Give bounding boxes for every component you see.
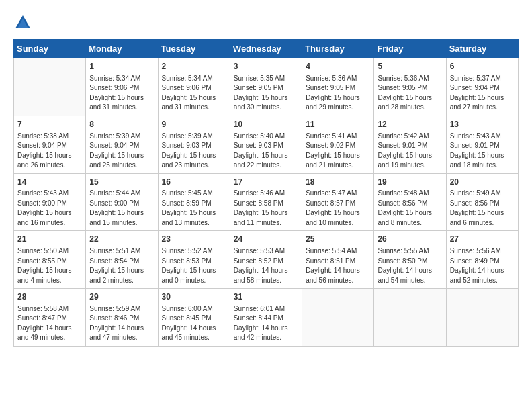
day-info: Sunrise: 6:00 AM Sunset: 8:45 PM Dayligh… (162, 304, 226, 343)
calendar-cell: 26Sunrise: 5:55 AM Sunset: 8:50 PM Dayli… (374, 231, 446, 289)
day-number: 4 (306, 61, 370, 73)
weekday-header-row: SundayMondayTuesdayWednesdayThursdayFrid… (14, 40, 519, 58)
calendar-cell: 7Sunrise: 5:38 AM Sunset: 9:04 PM Daylig… (14, 116, 86, 173)
day-info: Sunrise: 5:56 AM Sunset: 8:49 PM Dayligh… (450, 246, 515, 285)
calendar-cell: 31Sunrise: 6:01 AM Sunset: 8:44 PM Dayli… (230, 289, 302, 347)
calendar-cell (446, 289, 518, 347)
day-number: 31 (234, 291, 298, 303)
calendar-cell: 18Sunrise: 5:47 AM Sunset: 8:57 PM Dayli… (302, 173, 374, 231)
day-info: Sunrise: 5:34 AM Sunset: 9:06 PM Dayligh… (89, 74, 154, 113)
day-number: 11 (306, 119, 370, 130)
day-info: Sunrise: 5:44 AM Sunset: 9:00 PM Dayligh… (89, 189, 154, 228)
day-info: Sunrise: 5:39 AM Sunset: 9:03 PM Dayligh… (162, 132, 226, 171)
calendar-cell: 13Sunrise: 5:43 AM Sunset: 9:01 PM Dayli… (446, 116, 518, 173)
calendar-cell: 23Sunrise: 5:52 AM Sunset: 8:53 PM Dayli… (158, 231, 230, 289)
calendar-cell: 14Sunrise: 5:43 AM Sunset: 9:00 PM Dayli… (14, 173, 86, 231)
calendar-cell: 4Sunrise: 5:36 AM Sunset: 9:05 PM Daylig… (302, 58, 374, 116)
calendar-cell: 27Sunrise: 5:56 AM Sunset: 8:49 PM Dayli… (446, 231, 518, 289)
day-info: Sunrise: 5:36 AM Sunset: 9:05 PM Dayligh… (378, 74, 442, 113)
day-number: 30 (162, 291, 226, 303)
calendar-cell: 21Sunrise: 5:50 AM Sunset: 8:55 PM Dayli… (14, 231, 86, 289)
calendar-cell: 30Sunrise: 6:00 AM Sunset: 8:45 PM Dayli… (158, 289, 230, 347)
calendar-cell: 11Sunrise: 5:41 AM Sunset: 9:02 PM Dayli… (302, 116, 374, 173)
day-number: 6 (450, 61, 515, 73)
calendar-cell: 28Sunrise: 5:58 AM Sunset: 8:47 PM Dayli… (14, 289, 86, 347)
day-number: 2 (162, 61, 226, 73)
calendar-cell: 1Sunrise: 5:34 AM Sunset: 9:06 PM Daylig… (86, 58, 158, 116)
day-info: Sunrise: 5:43 AM Sunset: 9:00 PM Dayligh… (17, 189, 82, 228)
calendar-cell: 20Sunrise: 5:49 AM Sunset: 8:56 PM Dayli… (446, 173, 518, 231)
calendar-week-5: 28Sunrise: 5:58 AM Sunset: 8:47 PM Dayli… (14, 289, 519, 347)
weekday-header-friday: Friday (374, 40, 446, 58)
day-number: 17 (234, 177, 298, 188)
calendar-week-1: 1Sunrise: 5:34 AM Sunset: 9:06 PM Daylig… (14, 58, 519, 116)
calendar-cell: 5Sunrise: 5:36 AM Sunset: 9:05 PM Daylig… (374, 58, 446, 116)
weekday-header-sunday: Sunday (14, 40, 86, 58)
day-number: 20 (450, 177, 515, 188)
day-number: 7 (17, 119, 82, 130)
logo (13, 13, 35, 32)
day-number: 9 (162, 119, 226, 130)
calendar-cell: 19Sunrise: 5:48 AM Sunset: 8:56 PM Dayli… (374, 173, 446, 231)
day-number: 10 (234, 119, 298, 130)
day-info: Sunrise: 5:36 AM Sunset: 9:05 PM Dayligh… (306, 74, 370, 113)
day-number: 24 (234, 234, 298, 245)
day-info: Sunrise: 5:39 AM Sunset: 9:04 PM Dayligh… (89, 132, 154, 171)
page: SundayMondayTuesdayWednesdayThursdayFrid… (0, 0, 532, 353)
day-number: 5 (378, 61, 442, 73)
day-number: 26 (378, 234, 442, 245)
day-number: 16 (162, 177, 226, 188)
weekday-header-monday: Monday (86, 40, 158, 58)
day-info: Sunrise: 5:38 AM Sunset: 9:04 PM Dayligh… (17, 132, 82, 171)
day-number: 27 (450, 234, 515, 245)
day-number: 14 (17, 177, 82, 188)
day-number: 1 (89, 61, 154, 73)
calendar-cell: 25Sunrise: 5:54 AM Sunset: 8:51 PM Dayli… (302, 231, 374, 289)
logo-icon (13, 13, 32, 32)
calendar-cell: 16Sunrise: 5:45 AM Sunset: 8:59 PM Dayli… (158, 173, 230, 231)
calendar-cell: 8Sunrise: 5:39 AM Sunset: 9:04 PM Daylig… (86, 116, 158, 173)
calendar-table: SundayMondayTuesdayWednesdayThursdayFrid… (13, 39, 519, 347)
day-info: Sunrise: 5:54 AM Sunset: 8:51 PM Dayligh… (306, 246, 370, 285)
day-info: Sunrise: 5:46 AM Sunset: 8:58 PM Dayligh… (234, 189, 298, 228)
calendar-cell (302, 289, 374, 347)
day-number: 18 (306, 177, 370, 188)
calendar-week-2: 7Sunrise: 5:38 AM Sunset: 9:04 PM Daylig… (14, 116, 519, 173)
calendar-cell (14, 58, 86, 116)
day-info: Sunrise: 5:53 AM Sunset: 8:52 PM Dayligh… (234, 246, 298, 285)
day-number: 23 (162, 234, 226, 245)
day-info: Sunrise: 5:58 AM Sunset: 8:47 PM Dayligh… (17, 304, 82, 343)
day-info: Sunrise: 5:34 AM Sunset: 9:06 PM Dayligh… (162, 74, 226, 113)
day-number: 21 (17, 234, 82, 245)
day-number: 28 (17, 291, 82, 303)
day-number: 29 (89, 291, 154, 303)
calendar-cell: 2Sunrise: 5:34 AM Sunset: 9:06 PM Daylig… (158, 58, 230, 116)
day-info: Sunrise: 5:50 AM Sunset: 8:55 PM Dayligh… (17, 246, 82, 285)
day-number: 12 (378, 119, 442, 130)
day-info: Sunrise: 6:01 AM Sunset: 8:44 PM Dayligh… (234, 304, 298, 343)
day-info: Sunrise: 5:40 AM Sunset: 9:03 PM Dayligh… (234, 132, 298, 171)
day-number: 15 (89, 177, 154, 188)
day-info: Sunrise: 5:51 AM Sunset: 8:54 PM Dayligh… (89, 246, 154, 285)
weekday-header-thursday: Thursday (302, 40, 374, 58)
calendar-cell: 29Sunrise: 5:59 AM Sunset: 8:46 PM Dayli… (86, 289, 158, 347)
day-info: Sunrise: 5:49 AM Sunset: 8:56 PM Dayligh… (450, 189, 515, 228)
day-number: 13 (450, 119, 515, 130)
calendar-cell (374, 289, 446, 347)
day-info: Sunrise: 5:42 AM Sunset: 9:01 PM Dayligh… (378, 132, 442, 171)
weekday-header-tuesday: Tuesday (158, 40, 230, 58)
day-number: 25 (306, 234, 370, 245)
calendar-cell: 17Sunrise: 5:46 AM Sunset: 8:58 PM Dayli… (230, 173, 302, 231)
day-number: 22 (89, 234, 154, 245)
day-number: 19 (378, 177, 442, 188)
day-info: Sunrise: 5:52 AM Sunset: 8:53 PM Dayligh… (162, 246, 226, 285)
calendar-cell: 3Sunrise: 5:35 AM Sunset: 9:05 PM Daylig… (230, 58, 302, 116)
calendar-cell: 10Sunrise: 5:40 AM Sunset: 9:03 PM Dayli… (230, 116, 302, 173)
day-info: Sunrise: 5:47 AM Sunset: 8:57 PM Dayligh… (306, 189, 370, 228)
calendar-cell: 12Sunrise: 5:42 AM Sunset: 9:01 PM Dayli… (374, 116, 446, 173)
weekday-header-saturday: Saturday (446, 40, 518, 58)
header (13, 13, 519, 32)
calendar-week-4: 21Sunrise: 5:50 AM Sunset: 8:55 PM Dayli… (14, 231, 519, 289)
calendar-cell: 15Sunrise: 5:44 AM Sunset: 9:00 PM Dayli… (86, 173, 158, 231)
day-info: Sunrise: 5:35 AM Sunset: 9:05 PM Dayligh… (234, 74, 298, 113)
